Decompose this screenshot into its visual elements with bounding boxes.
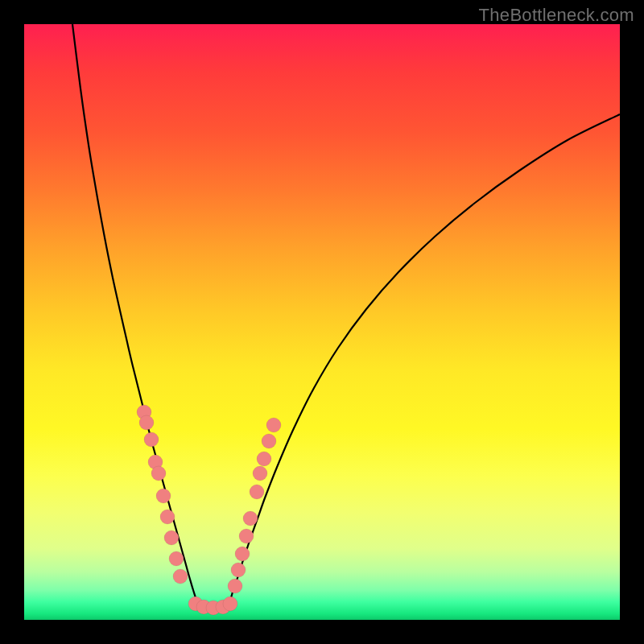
plot-svg xyxy=(24,24,620,620)
data-point xyxy=(239,529,254,543)
data-point xyxy=(223,597,237,611)
bottleneck-curve xyxy=(72,24,620,608)
plot-area xyxy=(24,24,620,620)
data-point xyxy=(169,551,184,566)
data-point xyxy=(228,579,242,593)
data-point xyxy=(164,530,179,545)
data-point xyxy=(243,511,258,526)
data-point xyxy=(139,415,154,430)
watermark-text: TheBottleneck.com xyxy=(479,5,634,26)
data-point xyxy=(235,547,250,561)
data-point xyxy=(253,466,267,481)
data-point xyxy=(156,489,171,503)
data-point xyxy=(262,434,276,448)
data-point xyxy=(257,452,271,466)
data-point xyxy=(173,569,188,584)
data-point xyxy=(266,418,281,432)
chart-frame: TheBottleneck.com xyxy=(0,0,644,644)
data-point xyxy=(144,432,159,447)
data-point xyxy=(250,485,264,499)
data-point xyxy=(231,563,246,577)
data-point xyxy=(160,510,175,524)
data-point xyxy=(151,466,166,481)
